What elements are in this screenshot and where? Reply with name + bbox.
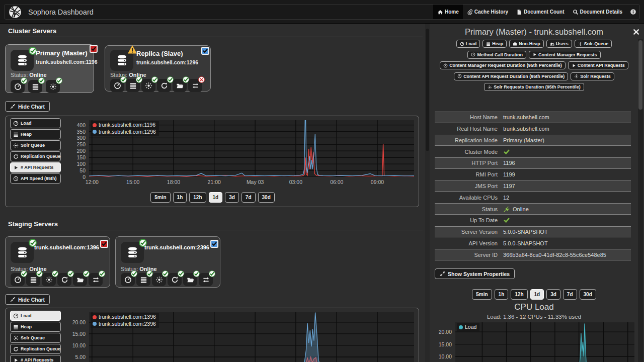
chart-button-replication-queue[interactable]: Replication Queue — [10, 344, 61, 354]
time-button-3d[interactable]: 3d — [225, 192, 239, 203]
metric-button-load[interactable]: Load — [456, 40, 480, 48]
metric-button-heap[interactable]: Heap — [482, 40, 507, 48]
heap-tool-button[interactable] — [126, 79, 140, 92]
time-button-12h[interactable]: 12h — [189, 192, 206, 203]
nav-label: Document Count — [524, 9, 565, 15]
transfer-tool-button[interactable] — [188, 79, 202, 92]
panel-scrollbar-thumb[interactable] — [638, 40, 642, 110]
sun-icon — [13, 335, 19, 341]
server-select-checkbox[interactable] — [201, 47, 209, 55]
chart-button-solr-queue[interactable]: Solr Queue — [10, 140, 61, 150]
time-button-1h[interactable]: 1h — [173, 192, 187, 203]
time-button-1h[interactable]: 1h — [495, 289, 509, 300]
solr-tool-button[interactable] — [42, 273, 56, 286]
panel-scrollbar[interactable] — [638, 39, 643, 362]
hide-chart-button[interactable]: Hide Chart — [5, 101, 50, 112]
metric-button-solr-requests-duration[interactable]: Solr Requests Duration (95th Percentile) — [484, 83, 584, 91]
server-card-staging-1[interactable]: trunk.subshell.com:1396 Status: Online — [5, 236, 110, 288]
server-card-replica[interactable]: Replica (Slave) trunk.subshell.com:1296 … — [105, 45, 211, 92]
solr-tool-button[interactable] — [152, 273, 166, 286]
table-row: Replication ModePrimary (Master) — [435, 135, 631, 146]
heap-tool-button[interactable] — [136, 273, 150, 286]
server-card-primary[interactable]: Primary (Master) trunk.subshell.com:1196… — [5, 44, 94, 93]
solr-tool-button[interactable] — [46, 80, 60, 93]
folder-tool-button[interactable] — [173, 79, 187, 92]
chart-button-heap[interactable]: Heap — [10, 322, 61, 332]
chart-button-api-requests[interactable]: # API Requests — [10, 162, 61, 172]
chart-button-solr-queue[interactable]: Solr Queue — [10, 333, 61, 343]
main-scrollbar-thumb[interactable] — [426, 29, 429, 151]
time-button-5min[interactable]: 5min — [472, 289, 492, 300]
time-button-30d[interactable]: 30d — [580, 289, 596, 300]
chart-button-api-requests[interactable]: # API Requests — [10, 355, 61, 362]
table-row: API Version5.0.0-SNAPSHOT — [435, 237, 631, 249]
replication-tool-button[interactable] — [168, 273, 182, 286]
metric-button-cm-requests[interactable]: Content Manager Requests — [529, 51, 601, 59]
replication-tool-button[interactable] — [57, 273, 71, 286]
heap-icon — [129, 82, 137, 89]
legend-item: Load — [459, 324, 476, 331]
close-button[interactable] — [632, 28, 640, 36]
x-axis-tick: 21:00 — [199, 179, 229, 185]
server-select-checkbox[interactable] — [210, 240, 218, 248]
heap-tool-button[interactable] — [28, 80, 42, 93]
chart-button-api-speed[interactable]: API Speed (95th) — [10, 173, 61, 184]
server-select-checkbox[interactable] — [90, 45, 98, 53]
chart-button-load[interactable]: Load — [10, 311, 61, 321]
transfer-tool-button[interactable] — [89, 273, 103, 286]
load-tool-button[interactable] — [11, 80, 25, 93]
show-props-label: Show System Properties — [448, 271, 510, 277]
info-button[interactable] — [626, 5, 639, 19]
metric-button-non-heap[interactable]: Non-Heap — [509, 40, 544, 48]
solr-tool-button[interactable] — [141, 79, 155, 92]
nav-item-cache-history[interactable]: Cache History — [463, 5, 512, 19]
time-button-7d[interactable]: 7d — [563, 289, 577, 300]
time-button-1d[interactable]: 1d — [209, 192, 223, 203]
heap-tool-button[interactable] — [26, 273, 40, 286]
load-tool-button[interactable] — [110, 79, 124, 92]
metric-button-method-call-duration[interactable]: Method Call Duration — [467, 51, 526, 59]
info-icon — [630, 9, 636, 15]
nav-item-document-details[interactable]: Document Details — [569, 5, 626, 19]
check-icon — [30, 48, 35, 53]
heap-icon — [140, 276, 147, 284]
load-tool-button[interactable] — [121, 273, 135, 286]
metric-button-users[interactable]: Users — [546, 40, 572, 48]
server-card-staging-2[interactable]: trunk.subshell.com:2396 Status: Online — [115, 236, 220, 288]
chart-button-load[interactable]: Load — [10, 118, 61, 128]
metric-button-solr-queue[interactable]: Solr-Queue — [575, 40, 612, 48]
metric-button-solr-requests[interactable]: Solr Requests — [571, 72, 614, 80]
time-button-5min[interactable]: 5min — [150, 192, 170, 203]
server-select-checkbox[interactable] — [100, 240, 108, 248]
clock-icon — [457, 74, 462, 78]
show-system-properties-button[interactable]: Show System Properties — [435, 268, 515, 279]
folder-tool-button[interactable] — [73, 273, 87, 286]
nav-item-document-count[interactable]: Document Count — [512, 5, 569, 19]
main-scrollbar[interactable] — [425, 24, 430, 362]
metric-button-api-request-duration[interactable]: Content API Request Duration (95th Perce… — [454, 72, 568, 80]
time-button-1d[interactable]: 1d — [530, 289, 544, 300]
hide-chart-button[interactable]: Hide Chart — [5, 294, 50, 305]
gauge-icon — [14, 276, 22, 284]
time-button-12h[interactable]: 12h — [511, 289, 527, 300]
time-button-3d[interactable]: 3d — [546, 289, 560, 300]
metric-button-api-requests[interactable]: Content API Requests — [568, 61, 628, 69]
chart-button-heap[interactable]: Heap — [10, 129, 61, 139]
y-axis-tick: 5.00 — [69, 354, 86, 360]
legend-label: trunk.subshell.com:1196 — [99, 122, 155, 129]
load-tool-button[interactable] — [11, 273, 25, 286]
time-button-7d[interactable]: 7d — [242, 192, 256, 203]
nav-item-home[interactable]: Home — [433, 5, 463, 19]
sun-icon — [155, 276, 163, 284]
metric-button-cm-request-duration[interactable]: Content Manager Request Duration (95th P… — [440, 61, 566, 69]
chart-button-replication-queue[interactable]: Replication Queue — [10, 151, 61, 161]
check-icon — [184, 77, 188, 82]
search-icon — [573, 9, 579, 15]
brand[interactable]: Sophora Dashboard — [5, 5, 94, 19]
folder-tool-button[interactable] — [183, 273, 197, 286]
legend-dot — [93, 130, 97, 134]
replication-tool-button[interactable] — [157, 79, 171, 92]
transfer-tool-button[interactable] — [199, 273, 213, 286]
time-button-30d[interactable]: 30d — [258, 192, 275, 203]
legend-label: trunk.subshell.com:1296 — [99, 129, 156, 136]
